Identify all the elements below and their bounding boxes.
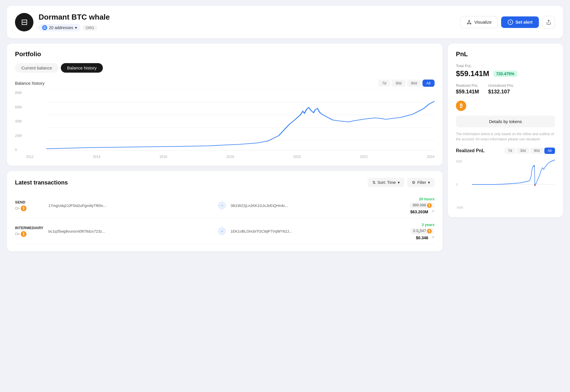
x-label-2014: 2014 — [93, 155, 101, 159]
tx-type: INTERMEDIARY — [15, 226, 44, 230]
share-icon — [546, 20, 551, 25]
tx-type: SEND — [15, 200, 44, 204]
portfolio-title: Portfolio — [15, 50, 435, 58]
address-row: G 20 addresses ▾ ORG — [39, 24, 110, 31]
tx-time: 20 hours — [400, 197, 435, 201]
btc-symbol: ₿ — [460, 103, 463, 109]
details-by-tokens-button[interactable]: Details by tokens — [456, 116, 555, 127]
svg-line-4 — [469, 21, 470, 23]
pnl-total-row: $59.141M 720.475% — [456, 69, 555, 78]
transactions-header: Latest transactions ⇅ Sort: Time ▾ ⚙ Fil… — [15, 178, 435, 187]
pnl-chart: 50M 0 -50M — [456, 159, 555, 210]
filter-chevron-icon: ▾ — [428, 180, 430, 185]
filter-icon: ⚙ — [412, 180, 416, 185]
tx-token-amount: 999.998 ₿ — [409, 202, 435, 208]
share-button[interactable] — [542, 16, 555, 29]
pnl-card: PnL Total PnL $59.141M 720.475% Realized… — [448, 44, 563, 217]
y-label-40m: 40M — [15, 119, 22, 123]
tx-type-col: INTERMEDIARY On ₿ — [15, 226, 44, 237]
pnl-total-value: $59.141M — [456, 69, 489, 78]
transactions-title: Latest transactions — [15, 179, 68, 186]
rpb-all[interactable]: All — [544, 148, 555, 154]
realized-pnl-header: Realized PnL 7d 30d 90d All — [456, 148, 555, 154]
y-labels: 80M 60M 40M 20M 0 — [15, 90, 22, 153]
arrow-icon: → — [220, 229, 224, 233]
tx-to-addr: 1EK1oBLGhcbiTGCibjP7VqWY62J... — [231, 229, 395, 233]
org-badge: ORG — [83, 25, 97, 31]
address-chip[interactable]: G 20 addresses ▾ — [39, 24, 80, 31]
address-count: 20 addresses — [49, 25, 73, 30]
svg-point-0 — [467, 23, 468, 24]
btc-chain-icon: ₿ — [21, 231, 27, 237]
realized-period-buttons: 7d 30d 90d All — [505, 148, 555, 154]
period-30d[interactable]: 30d — [391, 80, 406, 87]
alert-icon — [507, 19, 513, 25]
tx-from-addr: 17mgUdq2JJF5id2uPgm8yTf65n... — [48, 203, 213, 208]
chart-title: Balance history — [15, 81, 45, 86]
tx-usd-amount: $63.203M — [410, 210, 428, 214]
x-label-2018: 2018 — [227, 155, 234, 159]
tab-current-balance[interactable]: Current balance — [15, 63, 58, 73]
visualize-label: Visualize — [474, 20, 492, 24]
rpb-7d[interactable]: 7d — [505, 148, 515, 154]
left-panel: Portfolio Current balance Balance histor… — [7, 44, 443, 251]
tx-chain: On ₿ — [15, 206, 44, 211]
pnl-title: PnL — [456, 50, 555, 58]
pnl-chart-svg — [456, 159, 555, 210]
rpb-90d[interactable]: 90d — [531, 148, 543, 154]
tx-chain: On ₿ — [15, 231, 44, 237]
pnl-realized-col: Realized PnL $59.141M — [456, 83, 479, 95]
arrow-icon: → — [220, 203, 224, 208]
svg-point-2 — [470, 23, 471, 24]
tx-time: 3 years — [400, 223, 435, 227]
pnl-realized-label: Realized PnL — [456, 83, 479, 88]
tab-row: Current balance Balance history — [15, 63, 435, 73]
period-all[interactable]: All — [422, 80, 435, 87]
pnl-unrealized-value: $132.107 — [488, 89, 514, 95]
tab-balance-history[interactable]: Balance history — [61, 63, 103, 73]
period-90d[interactable]: 90d — [407, 80, 421, 87]
tx-direction-icon: → — [218, 227, 226, 235]
pnl-sub-row: Realized PnL $59.141M Unrealized PnL $13… — [456, 83, 555, 95]
pnl-percentage: 720.475% — [493, 71, 517, 77]
pnl-note: The information below is only based on t… — [456, 131, 555, 142]
tx-direction-icon: → — [218, 201, 226, 210]
rpb-30d[interactable]: 30d — [517, 148, 529, 154]
header-info: Dormant BTC whale G 20 addresses ▾ ORG — [39, 13, 110, 31]
balance-chart-svg — [15, 90, 435, 153]
tx-to-col: 36i1W22jLn2KK1GJcJirEiQHn4c... — [231, 203, 395, 208]
tx-external-link-icon[interactable]: ↗ — [431, 209, 435, 214]
header-actions: Visualize Set alert — [460, 16, 555, 29]
pnl-unrealized-label: Unrealized PnL — [488, 83, 514, 88]
period-7d[interactable]: 7d — [378, 80, 390, 87]
table-row: INTERMEDIARY On ₿ bc1q35wg8vunsrxt0ft78d… — [15, 218, 435, 244]
pnl-y-neg50m: -50M — [456, 206, 463, 209]
transactions-card: Latest transactions ⇅ Sort: Time ▾ ⚙ Fil… — [7, 171, 443, 251]
tx-type-col: SEND On ₿ — [15, 200, 44, 211]
tx-token-amount: 0.05547 ₿ — [410, 228, 435, 234]
pnl-unrealized-col: Unrealized PnL $132.107 — [488, 83, 514, 95]
realized-pnl-label: Realized PnL — [456, 148, 485, 153]
tx-right-col: 20 hours 999.998 ₿ $63.203M ↗ — [400, 197, 435, 214]
filter-label: Filter — [417, 180, 426, 185]
tx-to-addr: 36i1W22jLn2KK1GJcJirEiQHn4c... — [231, 203, 395, 208]
header-card: ⊟ Dormant BTC whale G 20 addresses ▾ ORG — [7, 6, 563, 38]
pnl-y-0: 0 — [456, 183, 463, 186]
header-left: ⊟ Dormant BTC whale G 20 addresses ▾ ORG — [15, 13, 110, 31]
tx-external-link-icon[interactable]: ↗ — [431, 235, 435, 240]
x-label-2020: 2020 — [293, 155, 301, 159]
set-alert-button[interactable]: Set alert — [501, 16, 539, 28]
portfolio-card: Portfolio Current balance Balance histor… — [7, 44, 443, 166]
tx-right-col: 3 years 0.05547 ₿ $0.346 ↗ — [400, 223, 435, 240]
pnl-y-labels: 50M 0 -50M — [456, 159, 463, 210]
chart-header: Balance history 7d 30d 90d All — [15, 80, 435, 87]
set-alert-label: Set alert — [516, 20, 533, 24]
right-panel: PnL Total PnL $59.141M 720.475% Realized… — [448, 44, 563, 251]
visualize-button[interactable]: Visualize — [460, 16, 498, 28]
pnl-total-label: Total PnL — [456, 64, 555, 68]
btc-logo: ₿ — [456, 101, 466, 111]
sort-button[interactable]: ⇅ Sort: Time ▾ — [368, 178, 404, 187]
filter-button[interactable]: ⚙ Filter ▾ — [407, 178, 435, 187]
avatar-icon: ⊟ — [21, 17, 28, 27]
main-grid: Portfolio Current balance Balance histor… — [7, 44, 563, 251]
